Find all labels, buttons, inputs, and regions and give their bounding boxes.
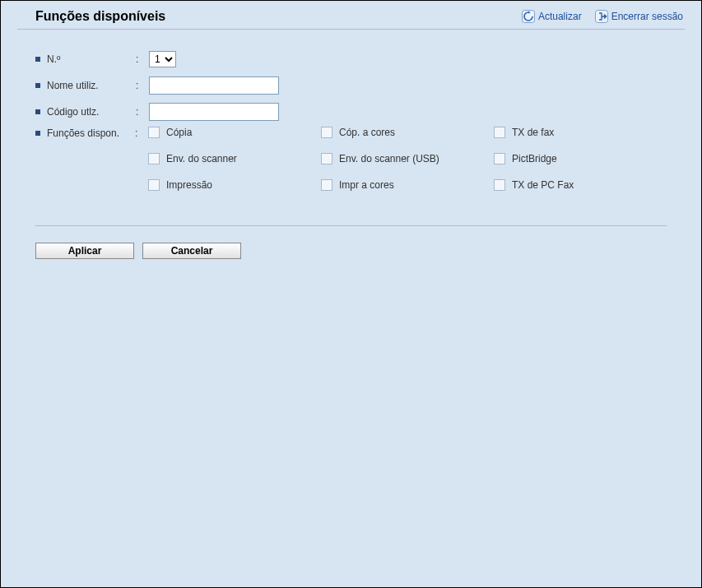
number-select[interactable]: 1 [149, 51, 176, 67]
usercode-input[interactable] [149, 103, 279, 121]
checkbox-label: TX de fax [512, 127, 554, 138]
checkbox-print[interactable] [148, 179, 160, 191]
checkbox-scanner-usb[interactable] [321, 153, 332, 164]
row-functions: Funções dispon. : Cópia Cóp. a cores [35, 125, 667, 191]
checkbox-color-copy[interactable] [321, 127, 332, 138]
label-usercode: Código utlz. [47, 106, 99, 118]
checkbox-item-color-print: Impr a cores [321, 179, 494, 191]
logout-link[interactable]: Encerrar sessão [595, 10, 683, 23]
checkbox-color-print[interactable] [321, 179, 332, 191]
checkbox-item-scanner-send: Env. do scanner [148, 153, 321, 164]
page-title: Funções disponíveis [17, 9, 165, 24]
divider [35, 225, 667, 226]
label-username: Nome utiliz. [47, 80, 99, 91]
checkbox-scanner-send[interactable] [148, 153, 160, 164]
label-number: N.º [47, 53, 60, 65]
logout-icon [595, 10, 608, 23]
colon: : [135, 125, 145, 139]
checkbox-label: Cóp. a cores [339, 127, 395, 138]
checkbox-label: Cópia [166, 127, 192, 138]
checkbox-item-fax-tx: TX de fax [494, 127, 667, 138]
row-number: N.º : 1 [35, 46, 667, 72]
bullet-icon [35, 109, 40, 114]
checkbox-item-print: Impressão [148, 179, 321, 191]
header-actions: Actualizar Encerrar sessão [522, 10, 685, 23]
checkbox-label: Impr a cores [339, 179, 394, 191]
header: Funções disponíveis Actualizar Encerrar … [17, 9, 685, 30]
refresh-label: Actualizar [538, 11, 582, 22]
colon: : [136, 106, 146, 118]
checkbox-pcfax-tx[interactable] [494, 179, 505, 191]
apply-button[interactable]: Aplicar [35, 243, 134, 259]
cancel-button[interactable]: Cancelar [142, 243, 241, 259]
refresh-link[interactable]: Actualizar [522, 10, 582, 23]
checkbox-fax-tx[interactable] [494, 127, 505, 138]
bullet-icon [35, 57, 40, 62]
checkbox-label: Env. do scanner (USB) [339, 153, 439, 164]
checkbox-pictbridge[interactable] [494, 153, 505, 164]
colon: : [136, 80, 146, 91]
functions-grid: Cópia Cóp. a cores TX de fax Env. [148, 125, 667, 191]
checkbox-label: PictBridge [512, 153, 557, 164]
row-usercode: Código utlz. : [35, 99, 667, 125]
bullet-icon [35, 83, 40, 88]
refresh-icon [522, 10, 535, 23]
checkbox-item-scanner-usb: Env. do scanner (USB) [321, 153, 494, 164]
colon: : [136, 53, 146, 65]
content: N.º : 1 Nome utiliz. : [17, 30, 685, 259]
checkbox-label: Env. do scanner [166, 153, 237, 164]
label-functions: Funções dispon. [47, 127, 119, 139]
checkbox-copy[interactable] [148, 127, 160, 138]
checkbox-item-pictbridge: PictBridge [494, 153, 667, 164]
logout-label: Encerrar sessão [611, 11, 683, 22]
button-row: Aplicar Cancelar [35, 243, 667, 259]
checkbox-label: TX de PC Fax [512, 179, 574, 191]
username-input[interactable] [149, 76, 279, 95]
checkbox-item-color-copy: Cóp. a cores [321, 127, 494, 138]
row-username: Nome utiliz. : [35, 72, 667, 99]
checkbox-item-copy: Cópia [148, 127, 321, 138]
bullet-icon [35, 131, 40, 136]
checkbox-label: Impressão [166, 179, 212, 191]
checkbox-item-pcfax-tx: TX de PC Fax [494, 179, 667, 191]
